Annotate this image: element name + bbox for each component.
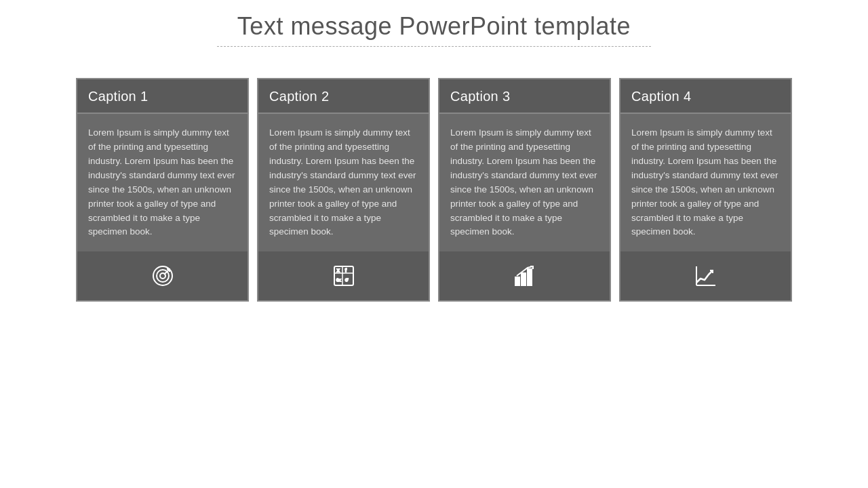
svg-text:σ: σ <box>345 277 349 282</box>
svg-rect-11 <box>515 277 519 285</box>
card-4-text: Lorem Ipsum is simply dummy text of the … <box>631 126 780 239</box>
growth-chart-icon <box>694 264 718 288</box>
formula-icon: x f 6x σ <box>332 264 356 288</box>
card-2-title: Caption 2 <box>269 89 329 104</box>
card-2-footer: x f 6x σ <box>258 251 429 300</box>
card-1: Caption 1 Lorem Ipsum is simply dummy te… <box>76 78 249 302</box>
card-2-text: Lorem Ipsum is simply dummy text of the … <box>269 126 418 239</box>
svg-rect-12 <box>521 273 526 285</box>
card-1-body: Lorem Ipsum is simply dummy text of the … <box>77 114 248 251</box>
card-2-body: Lorem Ipsum is simply dummy text of the … <box>258 114 429 251</box>
card-4-footer <box>620 251 791 300</box>
card-4-header: Caption 4 <box>620 79 791 114</box>
bar-chart-icon <box>513 264 537 288</box>
target-icon <box>151 264 175 288</box>
title-section: Text message PowerPoint template <box>20 0 848 51</box>
card-3-footer <box>439 251 610 300</box>
card-3-header: Caption 3 <box>439 79 610 114</box>
card-1-text: Lorem Ipsum is simply dummy text of the … <box>88 126 237 239</box>
card-1-header: Caption 1 <box>77 79 248 114</box>
card-3: Caption 3 Lorem Ipsum is simply dummy te… <box>438 78 611 302</box>
card-4-body: Lorem Ipsum is simply dummy text of the … <box>620 114 791 251</box>
svg-text:f: f <box>345 268 347 272</box>
card-2-header: Caption 2 <box>258 79 429 114</box>
card-3-text: Lorem Ipsum is simply dummy text of the … <box>450 126 599 239</box>
card-3-title: Caption 3 <box>450 89 510 104</box>
card-1-footer <box>77 251 248 300</box>
card-1-title: Caption 1 <box>88 89 148 104</box>
svg-rect-13 <box>528 269 532 285</box>
card-3-body: Lorem Ipsum is simply dummy text of the … <box>439 114 610 251</box>
page-container: Text message PowerPoint template Caption… <box>0 0 868 488</box>
title-divider <box>217 46 651 47</box>
card-4-title: Caption 4 <box>631 89 691 104</box>
svg-text:x: x <box>337 268 340 272</box>
card-4: Caption 4 Lorem Ipsum is simply dummy te… <box>619 78 792 302</box>
cards-container: Caption 1 Lorem Ipsum is simply dummy te… <box>20 78 848 302</box>
card-2: Caption 2 Lorem Ipsum is simply dummy te… <box>257 78 430 302</box>
page-title: Text message PowerPoint template <box>20 12 848 41</box>
svg-text:6x: 6x <box>336 278 340 282</box>
